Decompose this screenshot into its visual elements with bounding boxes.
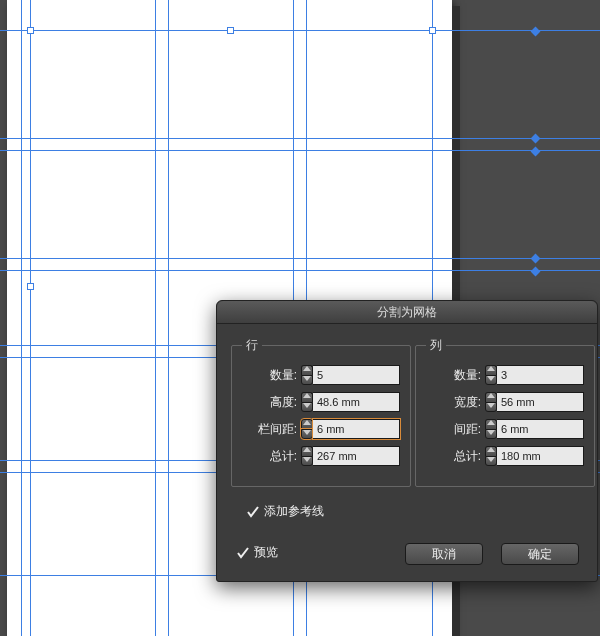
guide-h[interactable] [0,138,600,139]
rows-height-stepper[interactable] [301,392,313,412]
selection-handle[interactable] [429,27,436,34]
svg-marker-12 [487,420,495,425]
stepper-up-icon[interactable] [485,392,497,402]
stepper-down-icon[interactable] [301,429,313,440]
svg-marker-8 [487,366,495,371]
rows-count-stepper[interactable] [301,365,313,385]
rows-count-row: 数量: [242,364,400,386]
cols-width-row: 宽度: [426,391,584,413]
stepper-up-icon[interactable] [485,419,497,429]
selection-endpoint[interactable] [531,254,541,264]
rows-count-label: 数量: [251,367,297,384]
rows-height-row: 高度: [242,391,400,413]
rows-height-label: 高度: [251,394,297,411]
stepper-up-icon[interactable] [301,392,313,402]
cols-count-input[interactable] [497,365,584,385]
rows-height-input[interactable] [313,392,400,412]
guide-v[interactable] [21,0,22,636]
guide-v[interactable] [168,0,169,636]
cols-width-stepper[interactable] [485,392,497,412]
svg-marker-2 [303,393,311,398]
stepper-down-icon[interactable] [485,402,497,413]
svg-marker-7 [303,457,311,462]
cols-total-label: 总计: [435,448,481,465]
rows-total-label: 总计: [251,448,297,465]
rows-total-input[interactable] [313,446,400,466]
stepper-up-icon[interactable] [485,365,497,375]
stepper-up-icon[interactable] [301,419,313,429]
selection-endpoint[interactable] [531,27,541,37]
cols-width-label: 宽度: [435,394,481,411]
guide-h[interactable] [0,150,600,151]
rows-legend: 行 [242,337,262,354]
guide-h[interactable] [0,270,600,271]
selection-handle[interactable] [227,27,234,34]
selection-handle[interactable] [27,283,34,290]
cols-gutter-stepper[interactable] [485,419,497,439]
ok-button[interactable]: 确定 [501,543,579,565]
svg-marker-9 [487,376,495,381]
rows-total-stepper[interactable] [301,446,313,466]
svg-marker-1 [303,376,311,381]
dialog-buttons: 取消 确定 [405,543,579,565]
stepper-down-icon[interactable] [301,402,313,413]
cols-count-row: 数量: [426,364,584,386]
rows-gutter-row: 栏间距: [242,418,400,440]
guide-v[interactable] [30,0,31,636]
svg-marker-4 [303,420,311,425]
svg-marker-13 [487,430,495,435]
dialog-title[interactable]: 分割为网格 [217,301,597,324]
cols-count-label: 数量: [435,367,481,384]
checkmark-icon [247,506,259,518]
preview-label: 预览 [254,544,278,561]
split-into-grid-dialog: 分割为网格 行 数量: 高度: 栏间距: [216,300,598,582]
stepper-down-icon[interactable] [485,429,497,440]
selection-endpoint[interactable] [531,147,541,157]
selection-endpoint[interactable] [531,267,541,277]
svg-marker-3 [303,403,311,408]
guide-h[interactable] [0,258,600,259]
cols-total-stepper[interactable] [485,446,497,466]
cols-legend: 列 [426,337,446,354]
stepper-down-icon[interactable] [485,375,497,386]
stepper-down-icon[interactable] [485,456,497,467]
guide-v[interactable] [155,0,156,636]
cols-width-input[interactable] [497,392,584,412]
rows-group: 行 数量: 高度: 栏间距: 总计: [231,337,411,487]
rows-gutter-label: 栏间距: [251,421,297,438]
svg-marker-5 [303,430,311,435]
svg-marker-15 [487,457,495,462]
cols-total-row: 总计: [426,445,584,467]
rows-gutter-input[interactable] [313,419,400,439]
preview-checkbox[interactable]: 预览 [237,544,278,561]
cols-group: 列 数量: 宽度: 间距: 总计: [415,337,595,487]
cols-count-stepper[interactable] [485,365,497,385]
svg-marker-11 [487,403,495,408]
cols-gutter-row: 间距: [426,418,584,440]
rows-total-row: 总计: [242,445,400,467]
svg-marker-14 [487,447,495,452]
stepper-up-icon[interactable] [301,365,313,375]
selection-handle[interactable] [27,27,34,34]
cols-total-input[interactable] [497,446,584,466]
svg-marker-10 [487,393,495,398]
rows-gutter-stepper[interactable] [301,419,313,439]
svg-marker-6 [303,447,311,452]
selection-endpoint[interactable] [531,134,541,144]
cancel-button[interactable]: 取消 [405,543,483,565]
stepper-down-icon[interactable] [301,456,313,467]
stepper-down-icon[interactable] [301,375,313,386]
add-guides-checkbox[interactable]: 添加参考线 [247,503,324,520]
guide-h[interactable] [0,30,600,31]
checkmark-icon [237,547,249,559]
svg-marker-0 [303,366,311,371]
stepper-up-icon[interactable] [485,446,497,456]
add-guides-label: 添加参考线 [264,503,324,520]
cols-gutter-input[interactable] [497,419,584,439]
cols-gutter-label: 间距: [435,421,481,438]
stepper-up-icon[interactable] [301,446,313,456]
rows-count-input[interactable] [313,365,400,385]
